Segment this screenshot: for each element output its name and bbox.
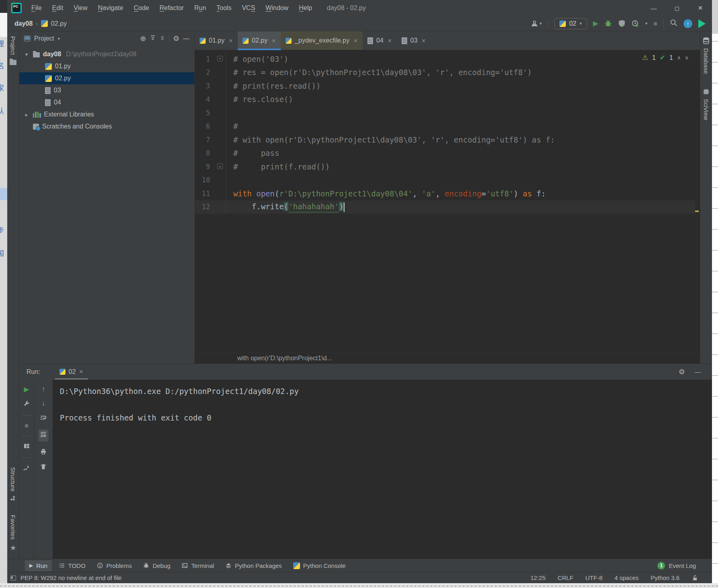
toolbar-python-packages[interactable]: Python Packages: [221, 560, 286, 571]
chevron-icon[interactable]: ▾: [23, 51, 30, 57]
menu-view[interactable]: View: [69, 3, 91, 13]
tool-stripe-favorites[interactable]: Favorites★: [10, 515, 16, 552]
search-everywhere-button[interactable]: [670, 19, 677, 28]
code-line-2[interactable]: 2# res = open(r'D:\pythonProject1\day08\…: [195, 66, 695, 80]
run-button[interactable]: ▶: [593, 19, 598, 28]
tree-row-03[interactable]: 03: [19, 84, 194, 96]
menu-code[interactable]: Code: [130, 3, 153, 13]
menu-run[interactable]: Run: [190, 3, 210, 13]
tree-row-scratches-and-consoles[interactable]: Scratches and Consoles: [19, 120, 194, 133]
editor-tab-01-py[interactable]: 01.py✕: [195, 31, 238, 50]
interpreter[interactable]: Python 3.6: [651, 574, 679, 581]
clear-console-button[interactable]: [40, 463, 47, 472]
settings-gear-icon[interactable]: ⚙: [679, 368, 685, 376]
unlock-icon[interactable]: [691, 574, 698, 581]
tool-window-toggle-icon[interactable]: [10, 576, 16, 580]
close-icon[interactable]: ✕: [271, 38, 276, 44]
fold-end-icon[interactable]: ▴: [217, 163, 223, 169]
code-line-8[interactable]: 8# pass: [195, 147, 695, 160]
tree-row-day08[interactable]: ▾day08D:\pythonProject1\day08: [19, 48, 194, 60]
up-stacktrace-button[interactable]: ↑: [42, 385, 45, 393]
pin-tab-button[interactable]: [23, 464, 30, 473]
menu-file[interactable]: File: [27, 3, 46, 13]
tree-row-04[interactable]: 04: [19, 96, 194, 108]
tool-stripe-database[interactable]: Database: [702, 37, 710, 74]
toolbar-python-console[interactable]: Python Console: [289, 560, 350, 571]
toolbar-terminal[interactable]: Terminal: [177, 560, 218, 571]
debug-button[interactable]: [604, 20, 612, 27]
run-tab[interactable]: 02 ✕: [57, 364, 86, 380]
code-editor[interactable]: 1▾# open('03')2# res = open(r'D:\pythonP…: [195, 50, 700, 353]
code-line-4[interactable]: 4# res.close(): [195, 93, 695, 106]
chevron-down-icon[interactable]: ▾: [645, 21, 648, 26]
collapse-all-button[interactable]: [159, 35, 165, 43]
warning-stripe-mark[interactable]: [695, 210, 699, 212]
line-separator[interactable]: CRLF: [558, 574, 573, 581]
stop-button[interactable]: ■: [653, 20, 657, 27]
hide-panel-button[interactable]: —: [183, 35, 190, 42]
code-line-9[interactable]: 9▴# print(f.read()): [195, 160, 695, 174]
run-settings-button[interactable]: [23, 400, 30, 409]
code-line-11[interactable]: 11with open(r'D:\pythonProject1\day08\04…: [195, 187, 695, 200]
settings-gear-icon[interactable]: ⚙: [173, 34, 180, 43]
indent-setting[interactable]: 4 spaces: [614, 574, 638, 581]
code-line-12[interactable]: 12 f.write('hahahahah'): [195, 200, 695, 214]
menu-navigate[interactable]: Navigate: [94, 3, 127, 13]
breadcrumb-project[interactable]: day08: [14, 20, 33, 27]
close-icon[interactable]: ✕: [79, 369, 84, 375]
tree-row-02-py[interactable]: 02.py: [19, 72, 194, 84]
code-line-3[interactable]: 3# print(res.read()): [195, 79, 695, 93]
check-icon[interactable]: ✔: [660, 53, 665, 62]
close-icon[interactable]: ✕: [422, 38, 426, 44]
chevron-icon[interactable]: ▸: [23, 112, 30, 118]
code-line-1[interactable]: 1▾# open('03'): [195, 52, 695, 66]
menu-help[interactable]: Help: [295, 3, 316, 13]
prev-issue-button[interactable]: ∧: [677, 55, 681, 61]
profile-button[interactable]: [632, 20, 639, 27]
menu-refactor[interactable]: Refactor: [155, 3, 188, 13]
update-button[interactable]: ↑: [683, 19, 692, 28]
scroll-to-end-button[interactable]: [38, 429, 49, 441]
tool-stripe-project[interactable]: Project: [10, 36, 16, 65]
tree-row-01-py[interactable]: 01.py: [19, 60, 194, 72]
next-issue-button[interactable]: ∨: [685, 55, 689, 61]
down-stacktrace-button[interactable]: ↓: [42, 400, 45, 408]
run-console[interactable]: D:\Python36\python.exe D:/pythonProject1…: [53, 380, 712, 559]
fold-start-icon[interactable]: ▾: [217, 56, 223, 61]
warning-icon[interactable]: ⚠: [642, 53, 648, 62]
soft-wrap-button[interactable]: [40, 414, 47, 423]
event-log-button[interactable]: 1 Event Log: [657, 562, 712, 570]
menu-window[interactable]: Window: [261, 3, 292, 13]
close-button[interactable]: ✕: [689, 0, 712, 16]
chevron-down-icon[interactable]: ▾: [58, 36, 60, 41]
run-with-coverage-button[interactable]: [618, 20, 626, 27]
editor-tab-03[interactable]: 03✕: [397, 31, 431, 50]
maximize-button[interactable]: ▢: [665, 0, 689, 16]
user-button[interactable]: ▾: [531, 20, 542, 27]
toolbox-button[interactable]: [698, 19, 706, 28]
print-button[interactable]: [40, 448, 47, 457]
editor-tab-02-py[interactable]: 02.py✕: [238, 31, 281, 50]
tool-stripe-structure[interactable]: Structure: [10, 467, 16, 501]
toolbar-problems[interactable]: Problems: [92, 560, 136, 571]
menu-tools[interactable]: Tools: [212, 3, 235, 13]
restore-layout-button[interactable]: [23, 443, 30, 451]
code-line-6[interactable]: 6#: [195, 120, 695, 133]
breadcrumb-file[interactable]: 02.py: [51, 20, 67, 27]
close-icon[interactable]: ✕: [388, 38, 392, 44]
toolbar-debug[interactable]: Debug: [139, 560, 175, 571]
file-encoding[interactable]: UTF-8: [585, 574, 603, 581]
expand-all-button[interactable]: [150, 35, 156, 43]
editor-tab-04[interactable]: 04✕: [363, 31, 397, 50]
project-panel-title[interactable]: Project: [34, 35, 54, 42]
menu-vcs[interactable]: VCS: [238, 3, 259, 13]
tool-stripe-sciview[interactable]: SciView: [703, 88, 710, 120]
run-config-selector[interactable]: 02▾: [554, 18, 587, 29]
editor-tab--pydev-execfile-py[interactable]: _pydev_execfile.py✕: [281, 31, 363, 50]
code-line-7[interactable]: 7# with open(r'D:\pythonProject1\day08\0…: [195, 133, 695, 147]
toolbar-todo[interactable]: TODO: [54, 560, 90, 571]
caret-position[interactable]: 12:25: [530, 574, 546, 581]
code-line-5[interactable]: 5: [195, 106, 695, 120]
close-icon[interactable]: ✕: [228, 38, 233, 44]
minimize-button[interactable]: —: [642, 0, 665, 16]
